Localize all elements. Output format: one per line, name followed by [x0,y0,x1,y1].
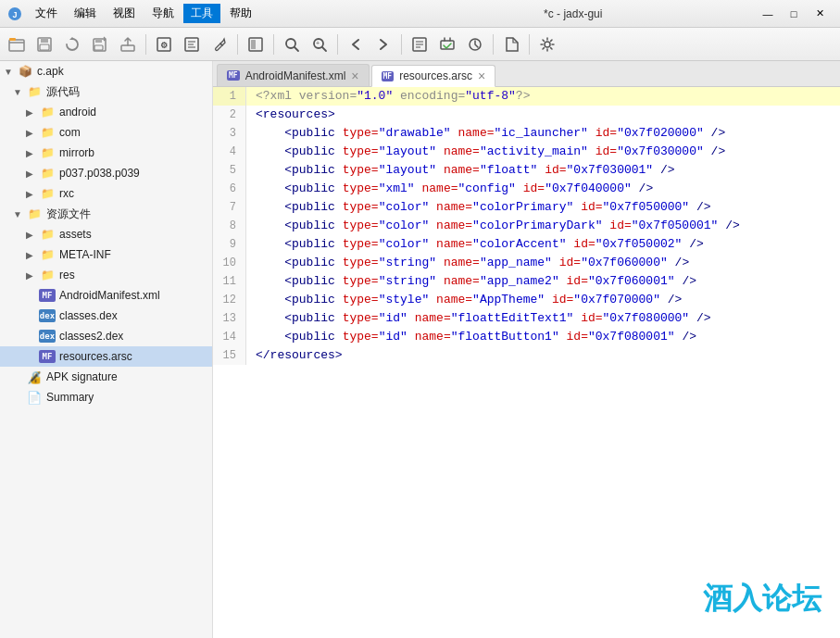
tree-item-p037[interactable]: ▶ 📁 p037.p038.p039 [0,163,212,183]
capk-label: c.apk [37,65,64,78]
tab-bar: MF AndroidManifest.xml × MF resources.ar… [213,61,840,87]
line-content-13: <public type="id" name="floattEditText1"… [246,309,711,328]
sep7 [529,34,530,55]
menu-help[interactable]: 帮助 [222,4,259,23]
tree-item-capk[interactable]: ▼ 📦 c.apk [0,61,212,81]
tree-item-rxc[interactable]: ▶ 📁 rxc [0,183,212,204]
apk-viewer-button[interactable] [498,31,524,57]
tab-androidmanifest-icon: MF [227,70,240,81]
tree-item-res[interactable]: ▶ 📁 res [0,265,212,285]
save-button[interactable] [31,31,57,57]
arrow-resources: ▼ [13,209,26,219]
reload-button[interactable] [59,31,85,57]
line-num-15: 15 [213,346,246,365]
tab-resources-arsc[interactable]: MF resources.arsc × [371,65,496,87]
advanced-search-button[interactable]: + [307,31,332,57]
tab-androidmanifest-close[interactable]: × [351,69,358,82]
file-tree[interactable]: ▼ 📦 c.apk ▼ 📁 源代码 ▶ 📁 android ▶ 📁 com ▶ … [0,61,213,638]
line-num-14: 14 [213,328,246,346]
forward-button[interactable] [370,31,396,57]
search-button[interactable] [279,31,305,57]
menu-navigate[interactable]: 导航 [144,4,182,23]
svg-rect-9 [95,39,102,43]
menu-view[interactable]: 视图 [106,4,143,23]
svg-rect-6 [40,44,49,50]
res-label: res [59,269,75,281]
folder-icon-p037: 📁 [39,165,56,181]
dex-file-icon2: dex [39,330,56,343]
code-line-11: 11 <public type="string" name="app_name2… [213,272,840,291]
tree-item-classes-dex[interactable]: dex classes.dex [0,306,212,326]
tree-item-com[interactable]: ▶ 📁 com [0,122,212,143]
tree-item-summary[interactable]: 📄 Summary [0,387,212,407]
open-button[interactable] [4,31,30,57]
folder-icon-rxc: 📁 [39,185,56,202]
xml-file-icon: MF [39,289,56,302]
tab-resources-arsc-icon: MF [382,71,395,81]
sig-icon: 🔏 [26,369,43,385]
arrow-com: ▶ [26,128,39,138]
export-button[interactable] [115,31,141,57]
code-editor[interactable]: 1 <?xml version="1.0" encoding="utf-8"?>… [213,87,840,638]
assets-label: assets [59,228,92,241]
tree-item-apk-signature[interactable]: 🔏 APK signature [0,367,212,387]
logs-button[interactable] [179,31,205,57]
tree-item-resources[interactable]: ▼ 📁 资源文件 [0,204,212,224]
code-line-3: 3 <public type="drawable" name="ic_launc… [213,124,840,143]
code-line-10: 10 <public type="string" name="app_name"… [213,254,840,272]
tree-item-androidmanifest[interactable]: MF AndroidManifest.xml [0,285,212,306]
menu-edit[interactable]: 编辑 [67,4,104,23]
tab-resources-arsc-close[interactable]: × [478,69,485,82]
content-area: MF AndroidManifest.xml × MF resources.ar… [213,61,840,638]
code-line-1: 1 <?xml version="1.0" encoding="utf-8"?> [213,87,840,106]
apk-icon: 📦 [17,63,33,80]
line-content-4: <public type="layout" name="activity_mai… [246,143,725,161]
minimize-button[interactable]: — [755,5,781,23]
tab-androidmanifest[interactable]: MF AndroidManifest.xml × [217,64,370,86]
back-button[interactable] [343,31,369,57]
line-num-13: 13 [213,309,246,328]
code-line-9: 9 <public type="color" name="colorAccent… [213,235,840,254]
code-line-5: 5 <public type="layout" name="floatt" id… [213,161,840,180]
line-content-15: </resources> [246,346,343,365]
tree-item-src[interactable]: ▼ 📁 源代码 [0,81,212,102]
preferences-button[interactable] [534,31,560,57]
tree-item-assets[interactable]: ▶ 📁 assets [0,224,212,244]
tree-item-meta-inf[interactable]: ▶ 📁 META-INF [0,244,212,265]
menu-tools[interactable]: 工具 [183,4,220,23]
line-num-12: 12 [213,291,246,309]
tree-item-resources-arsc[interactable]: MF resources.arsc [0,346,212,367]
svg-rect-16 [251,40,256,49]
code-line-4: 4 <public type="layout" name="activity_m… [213,143,840,161]
tree-item-classes2-dex[interactable]: dex classes2.dex [0,326,212,346]
android-label: android [59,106,96,119]
decompile-settings-button[interactable]: ⚙ [151,31,177,57]
line-num-3: 3 [213,124,246,143]
sep6 [493,34,494,55]
code-line-15: 15 </resources> [213,346,840,365]
task3-button[interactable] [462,31,488,57]
line-content-9: <public type="color" name="colorAccent" … [246,235,704,254]
line-num-4: 4 [213,143,246,161]
main-layout: ▼ 📦 c.apk ▼ 📁 源代码 ▶ 📁 android ▶ 📁 com ▶ … [0,61,840,638]
save-all-button[interactable] [87,31,113,57]
task1-button[interactable] [407,31,433,57]
line-content-1: <?xml version="1.0" encoding="utf-8"?> [246,87,530,106]
line-num-5: 5 [213,161,246,180]
line-num-1: 1 [213,87,246,106]
tree-item-mirrorb[interactable]: ▶ 📁 mirrorb [0,143,212,163]
sep2 [237,34,238,55]
androidmanifest-label: AndroidManifest.xml [59,289,160,302]
toolbar: ⚙ + [0,28,840,61]
folder-icon-res: 📁 [39,267,56,283]
svg-rect-5 [41,38,48,43]
task2-button[interactable] [434,31,460,57]
tools-button[interactable] [207,31,232,57]
tree-item-android[interactable]: ▶ 📁 android [0,102,212,122]
maximize-button[interactable]: □ [781,5,807,23]
close-button[interactable]: ✕ [807,5,833,23]
menu-bar: 文件 编辑 视图 导航 工具 帮助 [28,4,392,23]
menu-file[interactable]: 文件 [28,4,65,23]
view-button[interactable] [243,31,269,57]
resources-arsc-label: resources.arsc [59,350,132,363]
